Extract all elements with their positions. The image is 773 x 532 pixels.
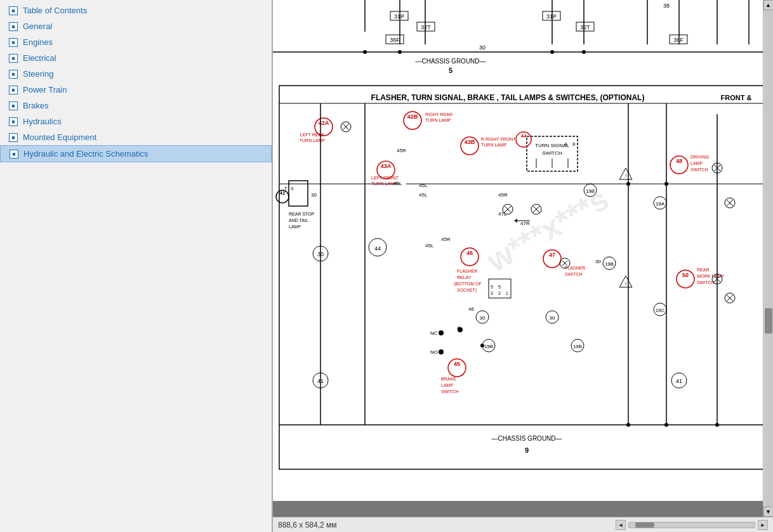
svg-text:TURN LAMP: TURN LAMP [481,143,507,147]
svg-text:31P: 31P [394,13,404,20]
scroll-up-button[interactable]: ▲ [763,0,774,10]
svg-text:45L: 45L [419,192,428,198]
svg-text:LAMP: LAMP [441,383,453,387]
svg-text:44: 44 [521,133,527,139]
svg-point-123 [458,327,463,332]
scroll-thumb[interactable] [765,308,772,334]
svg-text:SWITCH: SWITCH [565,272,583,276]
sidebar-label-general: General [23,22,52,31]
svg-text:5: 5 [491,285,493,289]
svg-text:SOCKET): SOCKET) [457,288,477,293]
svg-text:19C: 19C [656,308,665,313]
vertical-scrollbar: ▲ ▼ [763,0,773,517]
sidebar-item-steering[interactable]: ■ Steering [0,66,272,82]
svg-text:45L: 45L [419,183,428,188]
hydraulics-icon: ■ [9,117,18,126]
svg-text:42B: 42B [407,114,418,120]
svg-text:48: 48 [676,158,682,164]
svg-text:45R: 45R [498,192,508,198]
svg-text:NO: NO [430,349,438,355]
svg-point-184 [664,423,668,427]
svg-point-179 [550,50,554,54]
svg-text:31P: 31P [546,13,557,20]
svg-text:45L: 45L [425,243,434,249]
sidebar-label-toc: Table of Contents [23,6,87,15]
svg-text:50: 50 [682,272,689,278]
sidebar-item-toc[interactable]: ■ Table of Contents [0,3,272,18]
sidebar-label-schematics: Hydraulic and Electric Schematics [23,149,149,159]
svg-text:41: 41 [280,190,286,196]
status-bar: 888,6 x 584,2 мм ◄ ► [273,517,773,532]
svg-point-177 [363,50,367,54]
svg-point-178 [398,50,402,54]
svg-text:S: S [291,186,294,191]
scroll-down-button[interactable]: ▼ [763,507,774,517]
sidebar-item-brakes[interactable]: ■ Brakes [0,98,272,114]
svg-text:30: 30 [311,192,317,198]
svg-text:9: 9 [525,446,529,454]
svg-text:45R: 45R [441,237,451,242]
sidebar-label-powertrain: Power Train [23,85,67,94]
engines-icon: ■ [9,38,18,47]
sidebar-item-schematics[interactable]: ■ Hydraulic and Electric Schematics [0,145,272,162]
svg-text:LAMP: LAMP [690,161,703,165]
scroll-track[interactable] [764,10,773,507]
svg-text:BRAKE: BRAKE [441,377,456,381]
sidebar-item-mounted[interactable]: ■ Mounted Equipment [0,129,272,145]
svg-text:—CHASSIS GROUND—: —CHASSIS GROUND— [415,58,486,65]
svg-text:1: 1 [506,291,508,295]
svg-text:REAR: REAR [697,268,709,272]
svg-text:5: 5 [498,285,501,289]
svg-text:RELAY: RELAY [457,275,472,280]
sidebar-item-electrical[interactable]: ■ Electrical [0,50,272,66]
diagram-svg: 38 31P 31P 32T 32T 36F 36F [273,0,763,501]
svg-text:DRIVING: DRIVING [690,155,709,159]
svg-text:FLASHER, TURN SIGNAL, BRAKE , : FLASHER, TURN SIGNAL, BRAKE , TAIL LAMPS… [371,93,645,102]
svg-text:38: 38 [663,3,670,9]
svg-text:R RIGHT FRONT: R RIGHT FRONT [481,137,516,141]
sidebar-item-engines[interactable]: ■ Engines [0,34,272,50]
steering-icon: ■ [9,70,18,79]
brakes-icon: ■ [9,101,18,110]
svg-point-182 [664,182,668,186]
svg-text:45R: 45R [397,148,406,153]
svg-text:19B: 19B [573,344,582,349]
sidebar-item-powertrain[interactable]: ■ Power Train [0,82,272,98]
diagram-scroll[interactable]: 38 31P 31P 32T 32T 36F 36F [273,0,763,517]
scroll-left-button[interactable]: ◄ [616,520,626,530]
svg-rect-0 [273,0,763,89]
svg-text:36F: 36F [673,37,684,43]
scroll-right-button[interactable]: ► [758,520,768,530]
svg-text:SWITCH: SWITCH [441,389,459,394]
svg-text:5: 5 [449,67,453,74]
h-scroll-track[interactable] [628,522,755,528]
sidebar-item-general[interactable]: ■ General [0,18,272,34]
svg-text:30: 30 [550,315,555,321]
sidebar-label-steering: Steering [23,69,53,79]
svg-text:FRONT &: FRONT & [721,94,752,101]
svg-text:44: 44 [374,245,381,252]
svg-text:19B: 19B [605,261,614,267]
h-scroll-thumb[interactable] [635,522,654,528]
svg-text:REAR STOP: REAR STOP [289,212,315,216]
mounted-icon: ■ [9,133,18,142]
svg-text:45: 45 [454,361,460,367]
svg-text:TURN LAMP: TURN LAMP [425,118,451,122]
svg-point-180 [582,50,586,54]
svg-text:43A: 43A [381,163,392,169]
svg-text:19A: 19A [656,201,665,207]
content-area: 38 31P 31P 32T 32T 36F 36F [273,0,773,532]
svg-text:2: 2 [498,291,501,295]
svg-text:30: 30 [479,44,486,51]
svg-text:FLASHER: FLASHER [565,266,585,270]
sidebar-item-hydraulics[interactable]: ■ Hydraulics [0,114,272,129]
svg-text:8: 8 [572,141,576,147]
svg-text:(BOTTOM OF: (BOTTOM OF [454,282,482,287]
svg-text:36F: 36F [390,37,400,43]
svg-text:FLASHER: FLASHER [457,269,477,273]
svg-text:SWITCH: SWITCH [690,167,708,172]
svg-text:!: ! [625,173,626,179]
schematics-icon: ■ [10,150,18,159]
svg-text:30: 30 [595,259,601,264]
svg-text:43B: 43B [465,139,475,145]
